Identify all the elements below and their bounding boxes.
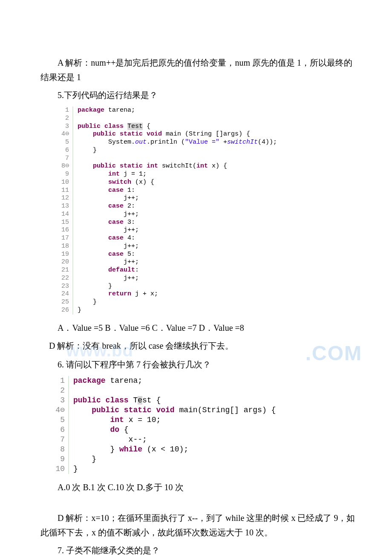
q5-options: A．Value =5 B．Value =6 C．Value =7 D．Value… — [40, 321, 358, 335]
q5-answer: D 解析：没有 break，所以 case 会继续执行下去。 — [40, 338, 358, 353]
code-block-1: 1package tarena;23public class Test {4⊖ … — [55, 107, 358, 315]
q6-answer: D 解析：x=10；在循环里面执行了 x--，到了 while 这里的时候 x … — [40, 511, 358, 540]
q4-answer: A 解析：num++是加完后把原先的值付给变量，num 原先的值是 1，所以最终… — [40, 55, 358, 84]
q6-options: A.0 次 B.1 次 C.10 次 D.多于 10 次 — [40, 480, 358, 494]
code-block-2: 1package tarena;23public class Test {4⊖ … — [55, 376, 358, 474]
q6-text: 6. 请问以下程序中第 7 行会被执行几次？ — [40, 357, 358, 372]
q5-text: 5.下列代码的运行结果是？ — [40, 88, 358, 102]
q7-text: 7. 子类不能继承父类的是？ — [40, 543, 358, 555]
